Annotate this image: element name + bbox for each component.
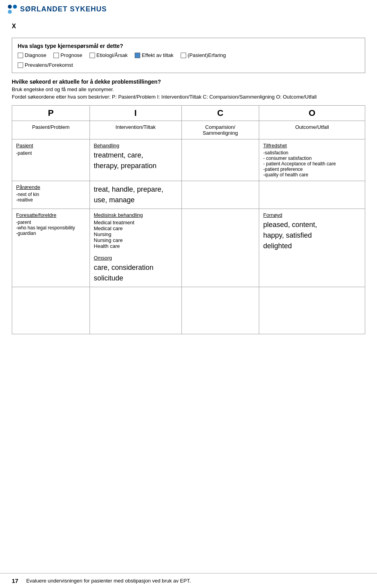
p3-heading: Foresatte/foreldre [16,212,86,218]
o1-heading: Tilfredshet [263,143,361,148]
cell-p3: Foresatte/foreldre -parent -who has lega… [12,209,90,287]
question-section: Hva slags type kjernespørsmål er dette? … [12,38,365,73]
checkbox-erfaring-label: (Pasient)Erfaring [188,52,226,58]
logo-circles [8,5,17,14]
cell-p1: Pasient -patient [12,139,90,181]
i1-big: treatment, care,therapy, preparation [94,150,178,171]
i3-big: care, considerationsolicitude [94,262,178,284]
cell-o1: Tilfredshet -satisfaction - consumer sat… [259,139,365,181]
pico-description: Fordel søkeordene etter hva som beskrive… [12,94,365,100]
checkbox-erfaring-box[interactable] [181,53,186,58]
checkbox-prognose-label: Prognose [60,52,82,58]
table-row: Foresatte/foreldre -parent -who has lega… [12,209,365,287]
footer-page-number: 17 [12,577,18,584]
cell-o2 [259,181,365,209]
checkboxes-row: Diagnose Prognose Etiologi/Årsak Effekt … [18,52,359,58]
pico-table: P I C O Pasient/Problem Intervention/Til… [12,105,365,334]
header-p: P [12,106,90,121]
header-i: I [90,106,181,121]
checkbox-diagnose-box[interactable] [18,53,23,58]
cell-o4-empty [259,287,365,334]
p1-heading: Pasient [16,143,86,148]
x-label: X [12,23,365,30]
i2-big: treat, handle, prepare,use, manage [94,184,178,205]
cell-p4-empty [12,287,90,334]
prevalens-row: Prevalens/Forekomst [18,62,359,68]
subheader-c: Comparision/Sammenligning [181,121,259,139]
footer-text: Evaluere undervisningen for pasienter me… [26,578,191,584]
o3-heading: Fornøyd [263,212,361,218]
page: SØRLANDET SYKEHUS X Hva slags type kjern… [0,0,377,588]
footer: 17 Evaluere undervisningen for pasienter… [0,573,377,588]
subheader-i: Intervention/Tiltak [90,121,181,139]
checkbox-erfaring[interactable]: (Pasient)Erfaring [181,52,226,58]
checkbox-diagnose-label: Diagnose [25,52,46,58]
table-row: Pårørende -next of kin -realtive treat, … [12,181,365,209]
circle-3 [8,10,12,14]
search-title: Hvilke søkeord er aktuelle for å dekke p… [12,79,365,85]
table-row-empty [12,287,365,334]
subheader-o: Outcome/Utfall [259,121,365,139]
header: SØRLANDET SYKEHUS [0,0,377,17]
cell-c2 [181,181,259,209]
checkbox-prognose-box[interactable] [53,53,59,58]
checkbox-diagnose[interactable]: Diagnose [18,52,46,58]
checkbox-effekt-box[interactable] [135,53,140,58]
question-title: Hva slags type kjernespørsmål er dette? [18,43,359,49]
checkbox-prevalens[interactable]: Prevalens/Forekomst [18,62,359,68]
logo-text: SØRLANDET SYKEHUS [20,5,107,13]
cell-i2: treat, handle, prepare,use, manage [90,181,181,209]
checkbox-effekt[interactable]: Effekt av tiltak [135,52,174,58]
table-header-labels: Pasient/Problem Intervention/Tiltak Comp… [12,121,365,139]
subheader-p: Pasient/Problem [12,121,90,139]
search-section: Hvilke søkeord er aktuelle for å dekke p… [12,79,365,100]
p1-sub: -patient [16,150,32,156]
cell-c1 [181,139,259,181]
i1-heading: Behandling [94,143,178,148]
header-c: C [181,106,259,121]
header-o: O [259,106,365,121]
circle-4 [13,10,17,14]
cell-i1: Behandling treatment, care,therapy, prep… [90,139,181,181]
cell-i4-empty [90,287,181,334]
content-area: X Hva slags type kjernespørsmål er dette… [0,17,377,350]
p2-heading: Pårørende [16,184,86,190]
checkbox-etiologi[interactable]: Etiologi/Årsak [90,52,128,58]
i3-items: Medical treatment Medical care Nursing N… [94,220,178,249]
cell-p2: Pårørende -next of kin -realtive [12,181,90,209]
cell-i3: Medisinsk behandling Medical treatment M… [90,209,181,287]
table-header-letters: P I C O [12,106,365,121]
checkbox-prevalens-box[interactable] [18,62,23,68]
checkbox-effekt-label: Effekt av tiltak [142,52,174,58]
search-subtitle: Bruk engelske ord og få med alle synonym… [12,86,365,92]
checkbox-etiologi-label: Etiologi/Årsak [97,52,128,58]
table-row: Pasient -patient Behandling treatment, c… [12,139,365,181]
i3-heading2: Omsorg [94,255,178,261]
cell-c4-empty [181,287,259,334]
i3-heading1: Medisinsk behandling [94,212,178,218]
circle-2 [13,5,17,9]
o3-big: pleased, content,happy, satisfieddelight… [263,220,361,251]
cell-o3: Fornøyd pleased, content,happy, satisfie… [259,209,365,287]
p3-items: -parent -who has legal responsibility -g… [16,220,86,236]
p2-items: -next of kin -realtive [16,192,86,203]
checkbox-prevalens-label: Prevalens/Forekomst [25,62,73,68]
cell-c3 [181,209,259,287]
checkbox-prognose[interactable]: Prognose [53,52,82,58]
checkbox-etiologi-box[interactable] [90,53,95,58]
circle-1 [8,5,12,9]
o1-items: -satisfaction - consumer satisfaction - … [263,150,361,178]
